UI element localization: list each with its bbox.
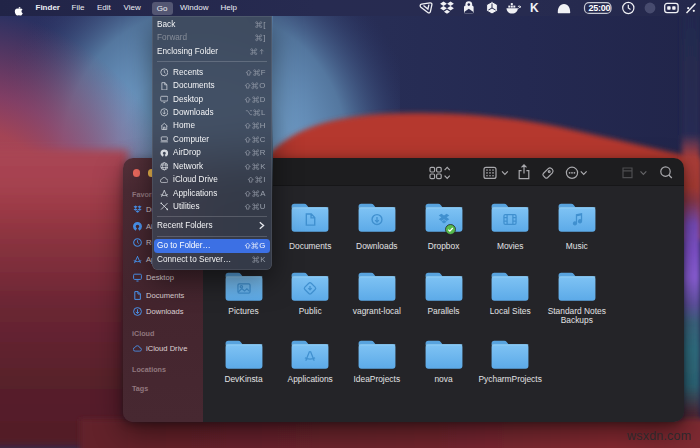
- svg-text:K: K: [530, 1, 539, 15]
- svg-text:25:00: 25:00: [589, 3, 611, 13]
